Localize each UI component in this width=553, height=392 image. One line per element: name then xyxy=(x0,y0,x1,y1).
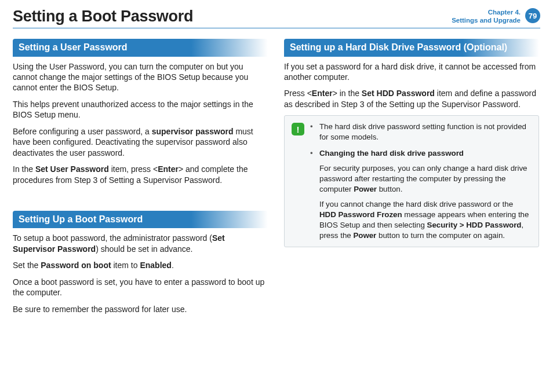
paragraph: Using the User Password, you can turn th… xyxy=(13,61,268,93)
note-body: • The hard disk drive password setting f… xyxy=(310,122,530,240)
chapter-line2: Settings and Upgrade xyxy=(452,16,521,24)
chapter-label: Chapter 4. Settings and Upgrade xyxy=(452,8,521,25)
section-heading-hdd-password: Setting up a Hard Disk Drive Password (O… xyxy=(284,39,539,56)
section-heading-user-password: Setting a User Password xyxy=(13,39,268,56)
note-item: • The hard disk drive password setting f… xyxy=(310,122,530,142)
paragraph: Set the Password on boot item to Enabled… xyxy=(13,260,268,270)
left-column: Setting a User Password Using the User P… xyxy=(13,39,268,320)
paragraph: Be sure to remember the password for lat… xyxy=(13,304,268,314)
section-body-hdd-password: If you set a password for a hard disk dr… xyxy=(284,61,539,110)
section-body-user-password: Using the User Password, you can turn th… xyxy=(13,61,268,186)
paragraph: To setup a boot password, the administra… xyxy=(13,233,268,254)
paragraph: Once a boot password is set, you have to… xyxy=(13,277,268,298)
page-header: Setting a Boot Password Chapter 4. Setti… xyxy=(13,8,540,28)
paragraph: If you set a password for a hard disk dr… xyxy=(284,61,539,83)
alert-icon: ! xyxy=(292,123,304,135)
note-text: Changing the hard disk drive password Fo… xyxy=(319,148,530,241)
paragraph: Press <Enter> in the Set HDD Password it… xyxy=(284,88,539,109)
chapter-block: Chapter 4. Settings and Upgrade 79 xyxy=(452,8,540,25)
page-title: Setting a Boot Password xyxy=(13,8,193,28)
right-column: Setting up a Hard Disk Drive Password (O… xyxy=(284,39,539,320)
paragraph: In the Set User Password item, press <En… xyxy=(13,164,268,185)
note-item: • Changing the hard disk drive password … xyxy=(310,148,530,241)
chapter-line1: Chapter 4. xyxy=(452,8,521,16)
paragraph: Before configuring a user password, a su… xyxy=(13,126,268,158)
paragraph: This helps prevent unauthorized access t… xyxy=(13,99,268,120)
note-text: The hard disk drive password setting fun… xyxy=(319,122,530,142)
section-body-boot-password: To setup a boot password, the administra… xyxy=(13,233,268,314)
manual-page: Setting a Boot Password Chapter 4. Setti… xyxy=(0,0,553,392)
page-number-badge: 79 xyxy=(525,8,540,23)
content-columns: Setting a User Password Using the User P… xyxy=(13,39,540,320)
section-heading-boot-password: Setting Up a Boot Password xyxy=(13,211,268,228)
note-box: ! • The hard disk drive password setting… xyxy=(284,115,539,247)
bullet-icon: • xyxy=(310,148,315,241)
bullet-icon: • xyxy=(310,122,315,142)
